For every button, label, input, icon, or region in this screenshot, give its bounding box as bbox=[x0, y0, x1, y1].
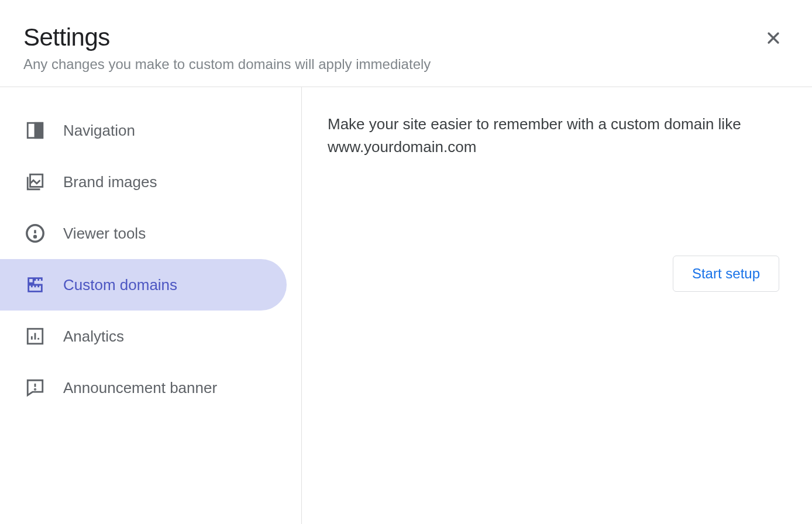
content-panel: Make your site easier to remember with a… bbox=[302, 87, 812, 524]
start-setup-button[interactable]: Start setup bbox=[673, 256, 779, 292]
svg-rect-3 bbox=[35, 123, 43, 138]
sidebar-item-label: Custom domains bbox=[63, 276, 177, 294]
sidebar-item-label: Analytics bbox=[63, 328, 124, 346]
close-icon bbox=[764, 29, 783, 49]
sidebar-item-viewer-tools[interactable]: Viewer tools bbox=[0, 208, 301, 259]
analytics-icon bbox=[23, 325, 47, 348]
close-button[interactable] bbox=[759, 25, 787, 53]
viewer-tools-icon bbox=[23, 222, 47, 245]
settings-sidebar: Navigation Brand images Viewer tools bbox=[0, 87, 302, 524]
page-subtitle: Any changes you make to custom domains w… bbox=[23, 56, 789, 73]
navigation-icon bbox=[23, 119, 47, 142]
sidebar-item-label: Brand images bbox=[63, 173, 157, 191]
sidebar-item-announcement-banner[interactable]: Announcement banner bbox=[0, 362, 301, 413]
brand-images-icon bbox=[23, 170, 47, 194]
sidebar-item-brand-images[interactable]: Brand images bbox=[0, 156, 301, 208]
announcement-banner-icon bbox=[23, 376, 47, 399]
svg-point-13 bbox=[35, 389, 35, 389]
custom-domain-description: Make your site easier to remember with a… bbox=[328, 113, 779, 158]
page-title: Settings bbox=[23, 23, 789, 51]
custom-domains-icon bbox=[23, 273, 47, 297]
sidebar-item-label: Announcement banner bbox=[63, 379, 217, 397]
sidebar-item-label: Viewer tools bbox=[63, 225, 146, 243]
main-content: Navigation Brand images Viewer tools bbox=[0, 87, 812, 524]
sidebar-item-label: Navigation bbox=[63, 122, 135, 140]
sidebar-item-navigation[interactable]: Navigation bbox=[0, 105, 301, 156]
svg-point-7 bbox=[35, 236, 36, 237]
sidebar-item-custom-domains[interactable]: Custom domains bbox=[0, 259, 287, 311]
sidebar-item-analytics[interactable]: Analytics bbox=[0, 311, 301, 362]
settings-header: Settings Any changes you make to custom … bbox=[0, 0, 812, 87]
